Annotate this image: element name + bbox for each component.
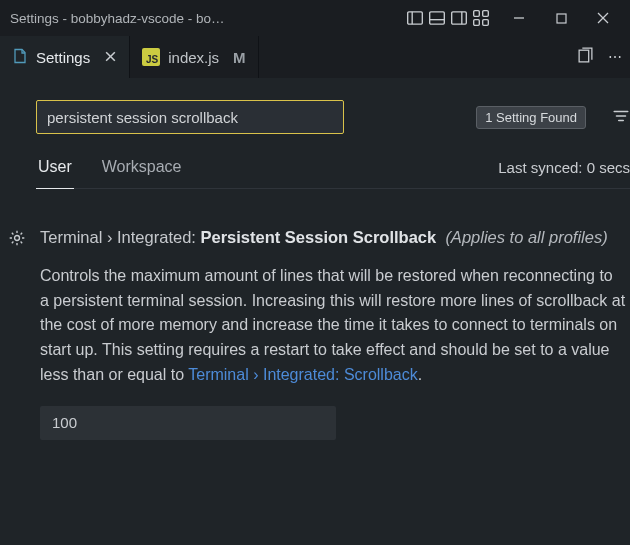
tab-close-icon[interactable] — [104, 49, 117, 66]
svg-rect-16 — [579, 50, 589, 62]
settings-file-icon — [12, 48, 28, 67]
window-titlebar: Settings - bobbyhadz-vscode - bo… — [0, 0, 630, 36]
setting-actions — [8, 225, 26, 440]
setting-value-input[interactable] — [40, 406, 336, 440]
tab-modified-indicator: M — [233, 49, 246, 66]
setting-category: Terminal › Integrated: — [40, 228, 201, 246]
more-actions-icon[interactable]: ⋯ — [604, 49, 622, 65]
setting-name: Persistent Session Scrollback — [201, 228, 437, 246]
svg-rect-4 — [452, 12, 467, 24]
editor-layout-controls — [406, 9, 490, 27]
js-file-icon: JS — [142, 48, 160, 66]
window-title: Settings - bobbyhadz-vscode - bo… — [10, 11, 225, 26]
tab-actions: ⋯ — [577, 36, 630, 78]
layout-customize-icon[interactable] — [472, 9, 490, 27]
svg-rect-0 — [408, 12, 423, 24]
svg-rect-11 — [557, 14, 566, 23]
tab-settings[interactable]: Settings — [0, 36, 130, 78]
svg-rect-9 — [483, 20, 489, 26]
layout-panel-left-icon[interactable] — [406, 9, 424, 27]
setting-item: Terminal › Integrated: Persistent Sessio… — [36, 225, 630, 440]
settings-sync-status[interactable]: Last synced: 0 secs — [498, 159, 630, 188]
maximize-icon[interactable] — [540, 0, 582, 36]
layout-panel-right-icon[interactable] — [450, 9, 468, 27]
window-controls — [498, 0, 624, 36]
tab-indexjs[interactable]: JS index.js M — [130, 36, 258, 78]
setting-description: Controls the maximum amount of lines tha… — [40, 264, 626, 388]
svg-rect-2 — [430, 12, 445, 24]
setting-link-scrollback[interactable]: Terminal › Integrated: Scrollback — [188, 366, 417, 383]
layout-panel-bottom-icon[interactable] — [428, 9, 446, 27]
scope-tab-user[interactable]: User — [36, 158, 74, 189]
svg-rect-7 — [483, 11, 489, 17]
scope-tab-workspace[interactable]: Workspace — [100, 158, 184, 188]
setting-scope-hint: (Applies to all profiles) — [445, 228, 607, 246]
open-changes-icon[interactable] — [577, 47, 594, 67]
minimize-icon[interactable] — [498, 0, 540, 36]
tab-label: Settings — [36, 49, 90, 66]
setting-title: Terminal › Integrated: Persistent Sessio… — [40, 225, 626, 250]
gear-icon[interactable] — [8, 234, 26, 250]
svg-rect-8 — [474, 20, 480, 26]
settings-filter-icon[interactable] — [612, 107, 630, 128]
setting-body: Terminal › Integrated: Persistent Sessio… — [40, 225, 626, 440]
settings-search-input[interactable] — [36, 100, 344, 134]
settings-search-row: 1 Setting Found — [36, 100, 630, 134]
tab-label: index.js — [168, 49, 219, 66]
svg-rect-6 — [474, 11, 480, 17]
results-count-badge: 1 Setting Found — [476, 106, 586, 129]
close-icon[interactable] — [582, 0, 624, 36]
settings-scope-tabs: User Workspace Last synced: 0 secs — [36, 158, 630, 189]
svg-point-20 — [15, 236, 20, 241]
editor-tabs: Settings JS index.js M ⋯ — [0, 36, 630, 78]
settings-content: 1 Setting Found User Workspace Last sync… — [0, 78, 630, 440]
